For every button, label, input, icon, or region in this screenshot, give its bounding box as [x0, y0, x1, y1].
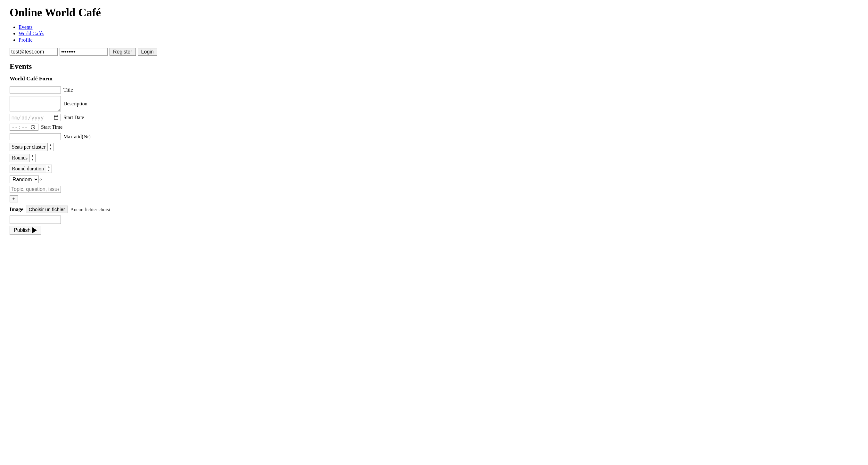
- publish-button[interactable]: Publish: [10, 226, 41, 235]
- title-input[interactable]: [10, 87, 61, 94]
- topic-row: [10, 186, 858, 193]
- rounds-spinner-down-icon[interactable]: ▼: [30, 158, 35, 162]
- spinner-down-icon[interactable]: ▼: [48, 147, 53, 151]
- max-attd-input[interactable]: [10, 133, 61, 140]
- seats-per-cluster-label: Seats per cluster: [10, 143, 48, 151]
- max-attd-row: Max attd(Nr): [10, 133, 858, 140]
- rounds-row: Rounds ▲ ▼: [10, 154, 858, 162]
- random-dropdown-icon: ◇: [39, 178, 42, 181]
- round-duration-spinner-up-icon[interactable]: ▲: [46, 165, 52, 169]
- add-topic-button[interactable]: +: [10, 195, 18, 203]
- rounds-label: Rounds: [10, 154, 30, 162]
- start-date-row: Start Date: [10, 114, 858, 121]
- app-title: Online World Café: [10, 6, 858, 19]
- start-time-label: Start Time: [41, 124, 62, 130]
- max-attd-label: Max attd(Nr): [63, 134, 91, 140]
- round-duration-spinner-down-icon[interactable]: ▼: [46, 169, 52, 173]
- rounds-spinner[interactable]: ▲ ▼: [30, 154, 36, 162]
- email-field[interactable]: [10, 48, 58, 56]
- password-field[interactable]: [60, 48, 107, 56]
- topic-input[interactable]: [10, 186, 61, 193]
- start-time-input[interactable]: [10, 124, 38, 131]
- description-input[interactable]: [10, 96, 61, 112]
- image-row: Image Choisir un fichier Aucun fichier c…: [10, 206, 858, 213]
- register-button[interactable]: Register: [110, 48, 136, 56]
- nav-item-events[interactable]: Events: [19, 24, 33, 30]
- spinner-up-icon[interactable]: ▲: [48, 143, 53, 147]
- publish-label: Publish: [14, 227, 30, 233]
- submit-area: Publish: [10, 216, 858, 235]
- no-file-label: Aucun fichier choisi: [70, 207, 110, 212]
- description-row: Description: [10, 96, 858, 112]
- description-label: Description: [63, 101, 88, 106]
- choose-file-button[interactable]: Choisir un fichier: [26, 206, 68, 213]
- events-title: Events: [10, 62, 858, 71]
- auth-bar: Register Login: [10, 48, 858, 56]
- start-time-row: Start Time: [10, 124, 858, 131]
- random-select[interactable]: Random: [10, 176, 39, 183]
- rounds-spinner-up-icon[interactable]: ▲: [30, 154, 35, 158]
- title-row: Title: [10, 87, 858, 94]
- nav-item-world-cafes[interactable]: World Cafés: [19, 31, 44, 36]
- round-duration-label: Round duration: [10, 165, 46, 173]
- start-date-input[interactable]: [10, 114, 61, 121]
- round-duration-spinner[interactable]: ▲ ▼: [46, 165, 52, 173]
- start-date-label: Start Date: [63, 115, 84, 120]
- image-label: Image: [10, 207, 23, 212]
- nav-item-profile[interactable]: Profile: [19, 37, 33, 42]
- seats-per-cluster-row: Seats per cluster ▲ ▼: [10, 143, 858, 151]
- main-nav: Events World Cafés Profile: [10, 24, 858, 43]
- publish-arrow-icon: [32, 227, 37, 233]
- round-duration-row: Round duration ▲ ▼: [10, 165, 858, 173]
- extra-submit-input[interactable]: [10, 216, 61, 224]
- seats-per-cluster-spinner[interactable]: ▲ ▼: [48, 143, 54, 151]
- random-row: Random ◇: [10, 176, 858, 183]
- form-title: World Café Form: [10, 75, 858, 82]
- title-label: Title: [63, 87, 73, 93]
- login-button[interactable]: Login: [138, 48, 157, 56]
